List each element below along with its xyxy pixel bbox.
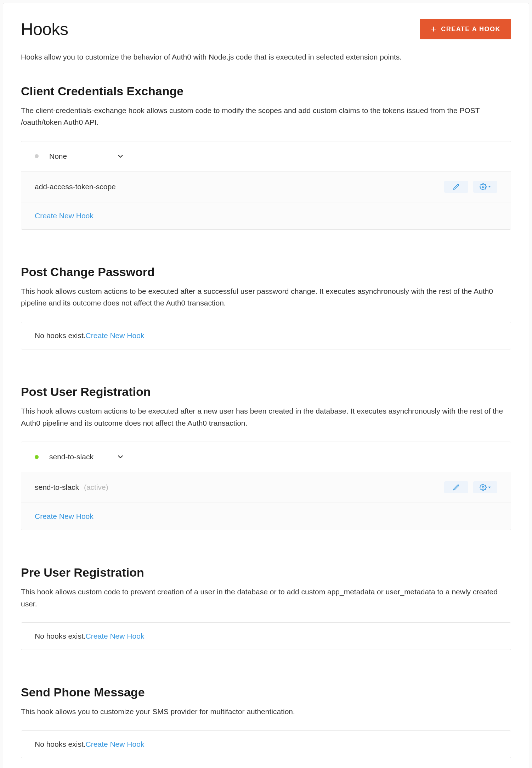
hook-selector-pur[interactable]: send-to-slack: [21, 442, 511, 472]
hook-status: (active): [84, 483, 108, 492]
page-intro: Hooks allow you to customize the behavio…: [21, 51, 511, 63]
empty-row-pcp: No hooks exist. Create New Hook: [21, 322, 511, 349]
section-title-cce: Client Credentials Exchange: [21, 84, 511, 98]
hook-selector-value: None: [49, 152, 109, 161]
chevron-down-icon: [117, 453, 124, 461]
hook-name: add-access-token-scope: [35, 183, 116, 191]
svg-point-3: [482, 487, 484, 488]
chevron-down-icon: [117, 152, 124, 160]
pencil-icon: [453, 484, 460, 491]
panel-preur: No hooks exist. Create New Hook: [21, 622, 511, 650]
hook-selector-value: send-to-slack: [49, 453, 109, 461]
hook-settings-button[interactable]: [473, 181, 497, 193]
create-hook-link-spm[interactable]: Create New Hook: [86, 740, 145, 749]
create-hook-button[interactable]: CREATE A HOOK: [420, 19, 511, 39]
section-title-spm: Send Phone Message: [21, 685, 511, 699]
section-desc-spm: This hook allows you to customize your S…: [21, 706, 511, 718]
section-desc-pur: This hook allows custom actions to be ex…: [21, 405, 511, 429]
status-dot-active-icon: [35, 455, 39, 459]
gear-icon: [480, 183, 487, 190]
create-hook-label: CREATE A HOOK: [441, 26, 500, 33]
edit-hook-button[interactable]: [444, 181, 468, 193]
caret-down-icon: [488, 487, 491, 488]
create-hook-row-cce: Create New Hook: [21, 202, 511, 229]
section-title-pcp: Post Change Password: [21, 265, 511, 279]
empty-text: No hooks exist.: [35, 740, 86, 749]
hooks-page: Hooks CREATE A HOOK Hooks allow you to c…: [3, 3, 529, 768]
hook-actions: [444, 481, 497, 493]
section-title-pur: Post User Registration: [21, 385, 511, 399]
section-title-preur: Pre User Registration: [21, 566, 511, 579]
hook-name: send-to-slack: [35, 483, 79, 492]
plus-icon: [430, 26, 437, 32]
panel-pur: send-to-slack send-to-slack (active) Cre…: [21, 442, 511, 530]
hook-row-cce: add-access-token-scope: [21, 172, 511, 202]
hook-selector-cce[interactable]: None: [21, 141, 511, 172]
create-hook-link-preur[interactable]: Create New Hook: [86, 632, 145, 640]
create-hook-link-cce[interactable]: Create New Hook: [35, 212, 94, 220]
hook-actions: [444, 181, 497, 193]
pencil-icon: [453, 183, 460, 190]
section-desc-pcp: This hook allows custom actions to be ex…: [21, 285, 511, 309]
gear-icon: [480, 484, 487, 491]
empty-text: No hooks exist.: [35, 632, 86, 640]
page-title: Hooks: [21, 19, 68, 39]
caret-down-icon: [488, 186, 491, 187]
status-dot-inactive-icon: [35, 154, 39, 158]
hook-row-pur: send-to-slack (active): [21, 472, 511, 503]
create-hook-row-pur: Create New Hook: [21, 503, 511, 530]
page-header: Hooks CREATE A HOOK: [21, 19, 511, 39]
section-desc-cce: The client-credentials-exchange hook all…: [21, 105, 511, 128]
create-hook-link-pcp[interactable]: Create New Hook: [86, 331, 145, 340]
panel-spm: No hooks exist. Create New Hook: [21, 730, 511, 758]
create-hook-link-pur[interactable]: Create New Hook: [35, 512, 94, 521]
panel-pcp: No hooks exist. Create New Hook: [21, 322, 511, 349]
empty-text: No hooks exist.: [35, 331, 86, 340]
panel-cce: None add-access-token-scope Create New H…: [21, 141, 511, 230]
empty-row-preur: No hooks exist. Create New Hook: [21, 623, 511, 650]
svg-point-2: [482, 186, 484, 187]
empty-row-spm: No hooks exist. Create New Hook: [21, 731, 511, 758]
hook-settings-button[interactable]: [473, 481, 497, 493]
section-desc-preur: This hook allows custom code to prevent …: [21, 586, 511, 610]
edit-hook-button[interactable]: [444, 481, 468, 493]
